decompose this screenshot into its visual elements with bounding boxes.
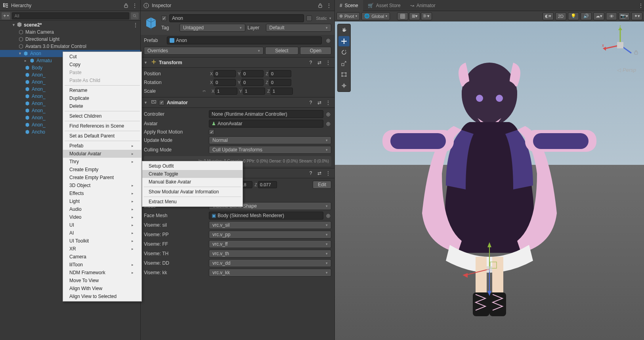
rot-y[interactable] (241, 79, 264, 86)
menu-camera[interactable]: Camera (63, 253, 141, 261)
menu-effects[interactable]: Effects▸ (63, 189, 141, 197)
submenu-extract-menu[interactable]: Extract Menu (142, 198, 243, 206)
global-button[interactable]: 🌐Global▾ (361, 12, 390, 20)
prefab-field[interactable]: Anon (167, 36, 322, 44)
audio-icon[interactable]: 🔊 (581, 12, 592, 20)
snap-settings-icon[interactable]: ⊪▾ (421, 12, 432, 20)
scene-row[interactable]: ▼ scene2* ⋮ (0, 21, 140, 29)
menu-create-empty-parent[interactable]: Create Empty Parent (63, 174, 141, 181)
picker-icon[interactable]: ◎ (325, 111, 331, 117)
rotate-tool-icon[interactable] (338, 47, 350, 57)
menu-ui[interactable]: UI▸ (63, 221, 141, 229)
menu-create-empty[interactable]: Create Empty (63, 166, 141, 174)
select-button[interactable]: Select (265, 47, 298, 55)
pos-y[interactable] (241, 70, 264, 77)
menu-thry[interactable]: Thry▸ (63, 158, 141, 166)
vp-z[interactable] (258, 181, 277, 188)
menu-icon[interactable]: ⋮ (132, 2, 138, 9)
foldout-icon[interactable]: ▼ (18, 52, 23, 55)
object-name-input[interactable] (169, 14, 304, 22)
scene-view[interactable]: y x ◁Persp (335, 21, 644, 340)
culling-mode-dropdown[interactable]: Cull Update Transforms (209, 146, 331, 154)
submenu-create-toggle[interactable]: Create Toggle (142, 170, 243, 178)
submenu-manual-bake[interactable]: Manual Bake Avatar (142, 178, 243, 186)
pos-x[interactable] (214, 70, 236, 77)
tab-asset-store[interactable]: 🛒Asset Store (363, 0, 405, 11)
menu-icon[interactable]: ⋮ (326, 2, 332, 9)
foldout-icon[interactable]: ▼ (144, 101, 149, 105)
tab-scene[interactable]: #Scene (335, 0, 363, 11)
overrides-dropdown[interactable]: Overrides (144, 47, 264, 55)
camera-icon[interactable]: 📷▾ (619, 12, 630, 20)
search-input[interactable] (12, 12, 129, 19)
update-mode-dropdown[interactable]: Normal (209, 136, 331, 144)
menu-rename[interactable]: Rename (63, 86, 141, 94)
submenu-show-info[interactable]: Show Modular Avatar Information (142, 188, 243, 196)
snap-increment-icon[interactable]: ⊞▾ (409, 12, 420, 20)
menu-icon[interactable]: ⋮ (325, 170, 331, 176)
search-options-icon[interactable] (131, 12, 139, 19)
controller-field[interactable]: None (Runtime Animator Controller) (209, 110, 323, 118)
menu-liltoon[interactable]: lilToon▸ (63, 261, 141, 269)
picker-icon[interactable]: ◎ (325, 120, 331, 127)
rot-z[interactable] (269, 79, 291, 86)
viseme-dropdown[interactable]: vrc.v_sil (209, 221, 331, 229)
create-button[interactable]: +▾ (2, 12, 10, 19)
menu-align-with-view[interactable]: Align With View (63, 285, 141, 292)
edit-button[interactable]: Edit (313, 181, 331, 189)
tab-animator[interactable]: ↝Animator (405, 0, 440, 11)
scl-z[interactable] (271, 88, 293, 95)
avatar-field[interactable]: ♟AnonAvatar (209, 120, 323, 128)
help-icon[interactable]: ? (308, 170, 314, 176)
viseme-dropdown[interactable]: vrc.v_ff (209, 240, 331, 248)
menu-cut[interactable]: Cut (63, 53, 141, 61)
submenu-modular-avatar[interactable]: Setup Outfit Create Toggle Manual Bake A… (142, 161, 243, 207)
fx-icon[interactable]: ☁▾ (593, 12, 604, 20)
menu-move-to-view[interactable]: Move To View (63, 277, 141, 285)
foldout-icon[interactable]: ▼ (12, 23, 17, 27)
transform-tool-icon[interactable] (338, 80, 350, 91)
menu-video[interactable]: Video▸ (63, 213, 141, 221)
transform-header[interactable]: ▼ Transform ? ⇄ ⋮ (141, 57, 334, 68)
hand-tool-icon[interactable] (338, 25, 350, 35)
picker-icon[interactable]: ◎ (325, 212, 331, 219)
menu-xr[interactable]: XR▸ (63, 245, 141, 253)
menu-select-children[interactable]: Select Children (63, 112, 141, 120)
tree-item[interactable]: Directional Light (0, 36, 140, 43)
snap-grid-icon[interactable] (397, 12, 408, 20)
animator-header[interactable]: ▼ Animator ? ⇄ ⋮ (141, 97, 334, 108)
pivot-button[interactable]: ⊕Pivot▾ (336, 12, 360, 20)
tree-item[interactable]: Avatars 3.0 Emulator Control (0, 43, 140, 50)
menu-default-parent[interactable]: Set as Default Parent (63, 132, 141, 140)
preset-icon[interactable]: ⇄ (316, 59, 323, 66)
help-icon[interactable]: ? (308, 59, 314, 66)
context-menu[interactable]: Cut Copy Paste Paste As Child Rename Dup… (63, 52, 142, 302)
scl-x[interactable] (215, 88, 237, 95)
scl-y[interactable] (243, 88, 265, 95)
menu-delete[interactable]: Delete (63, 102, 141, 110)
shading-mode-icon[interactable]: ◐▾ (543, 12, 554, 20)
viseme-dropdown[interactable]: vrc.v_dd (209, 259, 331, 267)
lock-icon[interactable] (317, 2, 323, 9)
root-motion-checkbox[interactable] (209, 129, 214, 135)
menu-find-refs[interactable]: Find References in Scene (63, 122, 141, 130)
lighting-icon[interactable]: 💡 (568, 12, 579, 20)
menu-ndm[interactable]: NDM Framework▸ (63, 269, 141, 277)
menu-light[interactable]: Light▸ (63, 197, 141, 205)
help-icon[interactable]: ? (308, 99, 314, 106)
viseme-dropdown[interactable]: vrc.v_th (209, 250, 331, 258)
static-checkbox[interactable] (306, 15, 312, 21)
menu-icon[interactable]: ⋮ (325, 59, 331, 66)
2d-toggle[interactable]: 2D (555, 12, 566, 20)
layer-dropdown[interactable]: Default (266, 24, 332, 32)
gizmos-icon[interactable]: ✦▾ (631, 12, 642, 20)
preset-icon[interactable]: ⇄ (316, 170, 323, 176)
open-button[interactable]: Open (300, 47, 331, 55)
link-icon[interactable] (201, 88, 207, 94)
foldout-icon[interactable]: ▸ (25, 59, 29, 63)
lock-axis-icon[interactable] (633, 49, 639, 57)
face-mesh-field[interactable]: ▣Body (Skinned Mesh Renderer) (209, 212, 323, 220)
pos-z[interactable] (269, 70, 291, 77)
menu-audio[interactable]: Audio▸ (63, 205, 141, 213)
menu-modular-avatar[interactable]: Modular Avatar▸ (63, 150, 141, 158)
